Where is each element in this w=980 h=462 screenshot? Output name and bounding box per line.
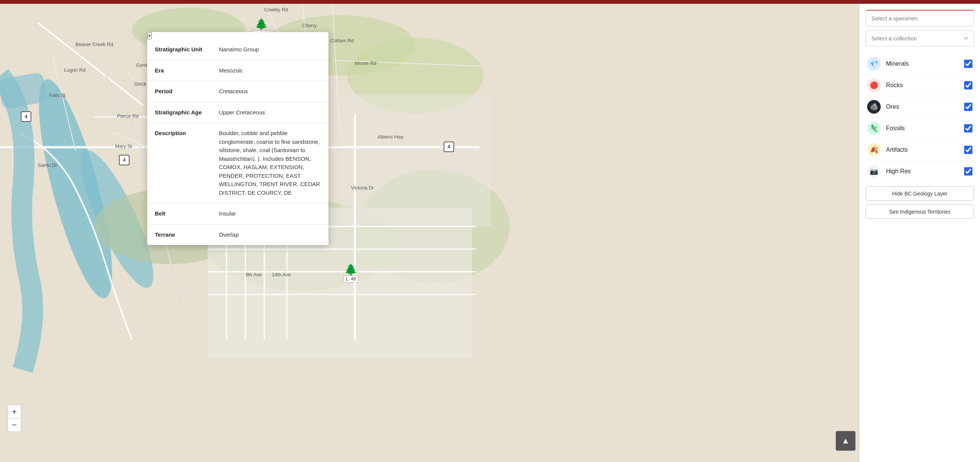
popup-row-label: Description <box>147 123 212 203</box>
map-label: Moore Rd <box>355 60 376 66</box>
popup-row-label: Belt <box>147 203 212 225</box>
zoom-in-button[interactable]: + <box>8 405 21 418</box>
collection-item-left: 📷 High Res <box>867 165 911 178</box>
collection-icon-glyph: 💎 <box>870 60 878 68</box>
collection-item-fossils: 🦎 Fossils <box>865 118 974 139</box>
collection-checkbox-rocks[interactable] <box>964 81 972 89</box>
popup-close-button[interactable]: × <box>147 32 152 39</box>
zoom-controls: + − <box>8 405 21 432</box>
collection-icon-glyph: 🍂 <box>870 146 878 154</box>
collection-item-left: 🦎 Fossils <box>867 122 905 135</box>
map-label: Mary St <box>115 143 132 149</box>
collection-item-minerals: 💎 Minerals <box>865 53 974 75</box>
collection-icon-glyph: 🪨 <box>870 103 878 111</box>
collection-icon-fossils: 🦎 <box>867 122 881 135</box>
pin-tree-icon: 🌲 <box>344 264 358 275</box>
popup-table-row: Stratigraphic Unit Nanaimo Group <box>147 39 328 60</box>
popup-card: × Stratigraphic Unit Nanaimo GroupEra Me… <box>147 32 328 245</box>
scroll-top-icon: ▲ <box>842 436 850 446</box>
map-label: Victoria Dr <box>351 185 374 191</box>
collection-label-high-res: High Res <box>886 168 911 175</box>
collection-checkbox-fossils[interactable] <box>964 124 972 132</box>
map-label: Beaver Creek Rd <box>75 41 113 47</box>
popup-table-row: Terrane Overlap <box>147 224 328 245</box>
collection-icon-glyph: 🦎 <box>870 124 878 132</box>
map-label: Falls St <box>49 92 65 98</box>
collection-icon-artifacts: 🍂 <box>867 143 881 157</box>
popup-table-row: Belt Insular <box>147 203 328 225</box>
collection-icon-glyph: 🔴 <box>870 81 878 89</box>
top-bar <box>0 0 980 4</box>
collection-checkbox-ores[interactable] <box>964 103 972 111</box>
collection-checkbox-high-res[interactable] <box>964 167 972 176</box>
map-label: Alberni Hwy <box>377 134 404 140</box>
map-pin[interactable]: 🌲 L. 48 <box>344 264 358 282</box>
collection-label-ores: Ores <box>886 103 899 110</box>
collection-item-left: 🍂 Artifacts <box>867 143 908 157</box>
popup-table-row: Stratigraphic Age Upper Cretaceous <box>147 102 328 123</box>
panel-button-hide-geology[interactable]: Hide BC Geology Layer <box>865 186 974 201</box>
popup-row-value: Insular <box>212 203 328 225</box>
collection-item-rocks: 🔴 Rocks <box>865 75 974 96</box>
right-panel: Select a collection 💎 Minerals 🔴 Rocks 🪨 <box>859 4 980 462</box>
collection-icon-minerals: 💎 <box>867 57 881 71</box>
collection-item-artifacts: 🍂 Artifacts <box>865 139 974 161</box>
collection-icon-rocks: 🔴 <box>867 78 881 92</box>
collection-item-high-res: 📷 High Res <box>865 161 974 182</box>
pin-label: L. 48 <box>344 276 358 282</box>
map-label: Pierce Rd <box>117 113 138 119</box>
popup-table-body: Stratigraphic Unit Nanaimo GroupEra Meso… <box>147 39 328 245</box>
map-label: Cottam Rd <box>330 38 354 43</box>
popup-row-value: Cretaceous <box>212 81 328 102</box>
select-specimen-input[interactable] <box>865 10 974 26</box>
popup-row-value: Upper Cretaceous <box>212 102 328 123</box>
collection-label-fossils: Fossils <box>886 125 905 132</box>
collection-item-left: 💎 Minerals <box>867 57 908 71</box>
collection-checkbox-artifacts[interactable] <box>964 146 972 154</box>
collection-label-minerals: Minerals <box>886 60 908 67</box>
collection-item-ores: 🪨 Ores <box>865 96 974 118</box>
collection-label-rocks: Rocks <box>886 82 903 89</box>
popup-table-row: Description Boulder, cobble and pebble c… <box>147 123 328 203</box>
collection-item-left: 🔴 Rocks <box>867 78 903 92</box>
map-label: Cherry <box>302 23 317 28</box>
collection-icon-high-res: 📷 <box>867 165 881 178</box>
popup-row-label: Period <box>147 81 212 102</box>
route-marker: 4 <box>444 141 454 152</box>
map-label: 9th Ave <box>245 272 262 278</box>
popup-row-label: Era <box>147 60 212 81</box>
popup-row-value: Nanaimo Group <box>212 39 328 60</box>
map-label: Lugrin Rd <box>64 67 85 73</box>
popup-row-label: Terrane <box>147 224 212 245</box>
popup-table-row: Period Cretaceous <box>147 81 328 102</box>
collection-checkbox-minerals[interactable] <box>964 60 972 68</box>
collection-icon-ores: 🪨 <box>867 100 881 114</box>
scroll-to-top-button[interactable]: ▲ <box>836 431 856 451</box>
popup-table-row: Era Mesozoic <box>147 60 328 81</box>
select-collection-dropdown[interactable]: Select a collection <box>865 30 974 46</box>
route-marker: 4 <box>21 111 31 122</box>
route-marker: 4 <box>119 155 129 165</box>
collection-item-left: 🪨 Ores <box>867 100 899 114</box>
popup-row-value: Mesozoic <box>212 60 328 81</box>
popup-row-value: Boulder, cobble and pebble conglomerate,… <box>212 123 328 203</box>
collection-icon-glyph: 📷 <box>870 167 878 176</box>
pin-tree-icon: 🌲 <box>255 19 268 29</box>
bottom-buttons: Hide BC Geology LayerSee Indigenous Terr… <box>865 186 974 219</box>
popup-row-label: Stratigraphic Age <box>147 102 212 123</box>
collection-label-artifacts: Artifacts <box>886 146 908 153</box>
popup-row-value: Overlap <box>212 224 328 245</box>
map-label: 14th Ave <box>272 272 291 278</box>
popup-row-label: Stratigraphic Unit <box>147 39 212 60</box>
map-label: Cowley Rd <box>264 7 288 13</box>
popup-table: Stratigraphic Unit Nanaimo GroupEra Meso… <box>147 39 328 245</box>
panel-button-see-territories[interactable]: See Indigenous Territories <box>865 205 974 219</box>
map-label: Santu Dr <box>38 162 57 168</box>
svg-rect-12 <box>340 94 491 227</box>
zoom-out-button[interactable]: − <box>8 418 21 432</box>
collections-list: 💎 Minerals 🔴 Rocks 🪨 Ores <box>865 53 974 182</box>
